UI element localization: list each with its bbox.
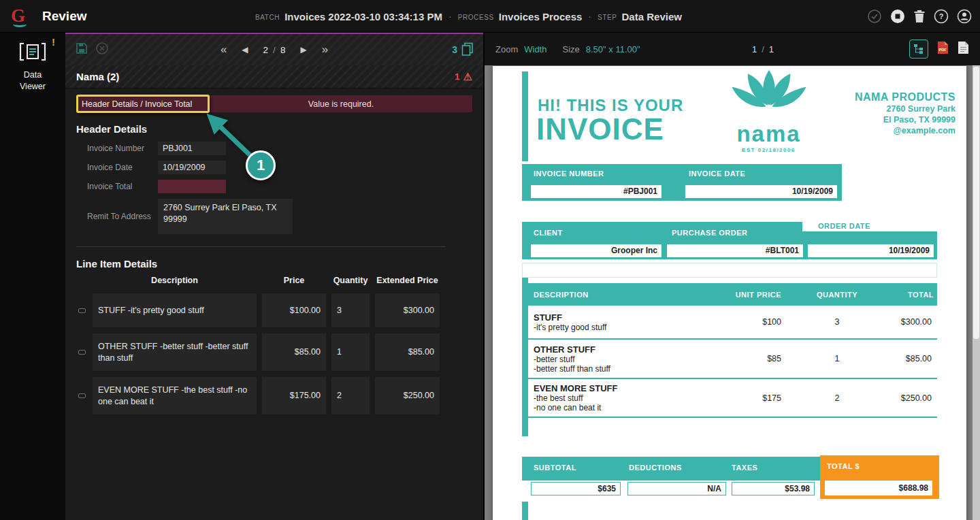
client-label: CLIENT [534, 229, 563, 237]
topbar-actions: ? [867, 0, 972, 33]
breadcrumb: BATCH Invoices 2022-03-10 03:34:13 PM · … [255, 0, 682, 33]
separator-dot: · [448, 11, 452, 22]
nama-logo-est: EST 02/18/2006 [723, 147, 815, 153]
stop-icon[interactable] [890, 9, 905, 24]
total-pages: 8 [280, 45, 286, 55]
description-cell[interactable]: STUFF -it's pretty good stuff [93, 293, 257, 327]
nama-logo: nama EST 02/18/2006 [723, 69, 815, 153]
process-label: PROCESS [458, 14, 494, 21]
text-view-icon[interactable] [958, 41, 969, 57]
subtotal-value: $635 [531, 482, 621, 495]
invoice-total-input[interactable] [158, 180, 226, 193]
extended-price-cell[interactable]: $85.00 [375, 334, 440, 371]
zoom-label: Zoom [495, 44, 518, 54]
deductions-value: N/A [627, 482, 726, 495]
delete-trash-icon[interactable] [913, 10, 926, 23]
cancel-icon[interactable] [95, 42, 109, 58]
invoice-total-label: Invoice Total [87, 182, 158, 191]
document-viewer-panel: Zoom Width Size 8.50" x 11.00" 1 / 1 PDF [483, 33, 980, 520]
invoice-line-items: STUFF -it's pretty good stuff $100 3 $30… [522, 306, 937, 418]
invoice-date-label: INVOICE DATE [689, 169, 745, 178]
svg-text:PDF: PDF [939, 48, 947, 52]
sidebar: ! Data Viewer [0, 33, 65, 520]
error-count: 1 [455, 71, 460, 82]
extended-price-cell[interactable]: $300.00 [375, 293, 440, 327]
client-value: Grooper Inc [531, 244, 662, 257]
drag-handle-icon[interactable] [76, 293, 87, 327]
pdf-export-icon[interactable]: PDF [937, 41, 949, 57]
viewer-scrollbar[interactable] [973, 65, 980, 520]
save-icon[interactable] [75, 42, 88, 58]
company-address2: El Paso, TX 99999 [855, 114, 956, 125]
help-icon[interactable]: ? [934, 9, 949, 24]
document-group-header[interactable]: Nama (2) 1 ⚠ [65, 65, 483, 88]
company-address1: 2760 Surrey Park [855, 103, 956, 114]
doc-column-description: DESCRIPTION [534, 291, 697, 299]
line-items-header: Description Price Quantity Extended Pric… [76, 275, 472, 287]
tree-view-toggle-button[interactable] [909, 39, 928, 59]
quantity-cell[interactable]: 2 [331, 377, 370, 415]
description-cell[interactable]: OTHER STUFF -better stuff -better stuff … [93, 334, 257, 371]
field-invoice-number: Invoice Number PBJ001 [87, 142, 472, 155]
column-price: Price [262, 275, 326, 286]
order-date-label: ORDER DATE [818, 222, 870, 230]
last-page-button[interactable]: » [322, 46, 328, 54]
previous-page-button[interactable]: ◀ [242, 45, 248, 54]
taxes-value: $53.98 [732, 482, 815, 495]
topbar: G Review BATCH Invoices 2022-03-10 03:34… [0, 0, 980, 33]
company-email: @example.com [855, 125, 956, 136]
item-title: OTHER STUFF [534, 344, 697, 355]
item-detail: -no one can beat it [534, 403, 697, 412]
item-total: $300.00 [893, 317, 937, 327]
order-date-value: 10/19/2009 [808, 244, 934, 257]
viewer-toolbar: Zoom Width Size 8.50" x 11.00" 1 / 1 PDF [485, 33, 980, 65]
document-page[interactable]: HI! THIS IS YOUR INVOICE nama EST 02/18 [493, 66, 966, 520]
invoice-title: INVOICE [536, 112, 664, 146]
batch-label: BATCH [255, 14, 280, 21]
data-panel-tools [75, 42, 109, 58]
pages-icon [461, 42, 474, 58]
description-cell[interactable]: EVEN MORE STUFF -the best stuff -no one … [93, 377, 257, 415]
purchase-order-value: #BLT001 [667, 244, 803, 257]
extended-price-cell[interactable]: $250.00 [375, 377, 440, 415]
price-cell[interactable]: $100.00 [262, 293, 326, 327]
annotation-step-number: 1 [257, 157, 265, 174]
quantity-cell[interactable]: 1 [331, 334, 370, 371]
company-name: NAMA PRODUCTS [855, 91, 956, 103]
sidebar-item-data-viewer[interactable]: ! Data Viewer [0, 33, 65, 99]
viewer-page-indicator: 1 / 1 [752, 44, 774, 54]
item-quantity: 2 [781, 393, 893, 403]
column-quantity: Quantity [331, 275, 370, 286]
price-cell[interactable]: $85.00 [262, 334, 326, 371]
batch-value: Invoices 2022-03-10 03:34:13 PM [284, 11, 442, 22]
drag-handle-icon[interactable] [76, 334, 87, 371]
section-divider [76, 246, 446, 247]
quantity-cell[interactable]: 3 [331, 293, 370, 327]
line-item-row: STUFF -it's pretty good stuff $100.00 3 … [76, 293, 472, 327]
company-info: NAMA PRODUCTS 2760 Surrey Park El Paso, … [855, 91, 956, 136]
next-page-button[interactable]: ▶ [300, 45, 306, 54]
remit-to-address-input[interactable]: 2760 Surrey Park El Paso, TX 99999 [158, 199, 293, 234]
doc-column-unit-price: UNIT PRICE [697, 291, 781, 299]
page-indicator: 2 / 8 [263, 45, 286, 55]
invoice-number-value: #PBJ001 [531, 185, 662, 198]
viewer-scrollbar-thumb[interactable] [973, 67, 979, 339]
item-total: $250.00 [893, 393, 937, 403]
item-title: STUFF [534, 312, 697, 323]
item-unit-price: $100 [697, 317, 781, 327]
invoice-table-header: DESCRIPTION UNIT PRICE QUANTITY TOTAL [522, 283, 937, 306]
item-detail: -the best stuff [534, 393, 697, 403]
page-separator: / [273, 45, 276, 55]
price-cell[interactable]: $175.00 [262, 377, 326, 415]
item-detail: -better stuff than stuff [534, 364, 697, 374]
approve-check-icon[interactable] [867, 9, 882, 24]
user-icon[interactable] [957, 9, 972, 24]
invoice-line-item: STUFF -it's pretty good stuff $100 3 $30… [522, 306, 937, 340]
process-value: Invoices Process [499, 11, 583, 22]
zoom-mode-select[interactable]: Width [524, 44, 546, 54]
app-root: G Review BATCH Invoices 2022-03-10 03:34… [0, 0, 980, 520]
item-unit-price: $85 [697, 354, 781, 363]
size-value[interactable]: 8.50" x 11.00" [586, 44, 640, 54]
drag-handle-icon[interactable] [76, 377, 87, 415]
first-page-button[interactable]: « [220, 46, 227, 54]
